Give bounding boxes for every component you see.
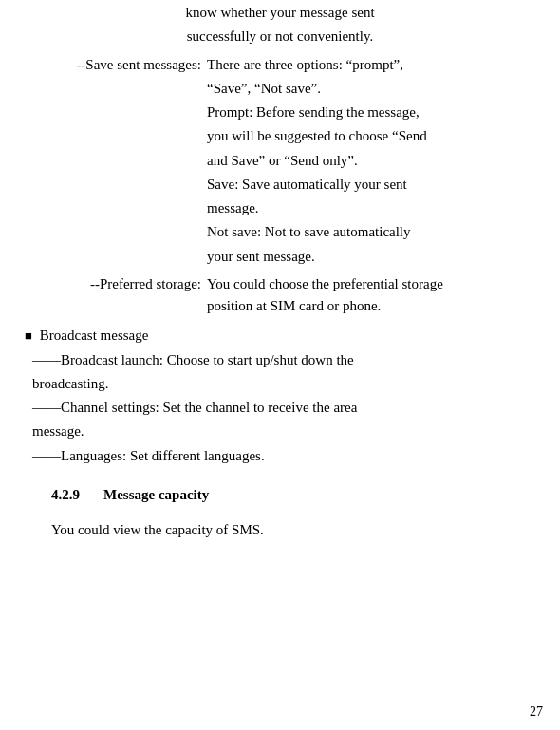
save-options-line2-text: “Save”, “Not save”. bbox=[207, 81, 321, 96]
section-body-text: You could view the capacity of SMS. bbox=[51, 522, 264, 537]
section-num: 4.2.9 bbox=[51, 484, 103, 506]
save-block: --Save sent messages: There are three op… bbox=[17, 54, 543, 270]
pref-line2-text: position at SIM card or phone. bbox=[207, 298, 381, 313]
broadcast-launch-item: ——Broadcast launch: Choose to start up/s… bbox=[32, 349, 543, 371]
pref-label-text: --Preferred storage: bbox=[90, 276, 201, 291]
save-intro: There are three options: “prompt”, bbox=[207, 54, 543, 76]
save-label: --Save sent messages: bbox=[17, 54, 207, 270]
save-options-line2: “Save”, “Not save”. bbox=[207, 78, 543, 100]
preferred-block: --Preferred storage: You could choose th… bbox=[17, 273, 543, 318]
page-number-text: 27 bbox=[530, 704, 543, 719]
prompt-line3: and Save” or “Send only”. bbox=[207, 150, 543, 172]
broadcast-channel-cont: message. bbox=[32, 421, 543, 442]
broadcast-launch-cont-text: broadcasting. bbox=[32, 376, 108, 391]
prompt-line2: you will be suggested to choose “Send bbox=[207, 125, 543, 147]
prompt-line3-text: and Save” or “Send only”. bbox=[207, 153, 358, 168]
broadcast-launch-label: ——Broadcast bbox=[32, 352, 118, 367]
broadcast-lang-label: ——Languages: bbox=[32, 448, 126, 463]
prompt-line2-text: you will be suggested to choose “Send bbox=[207, 128, 427, 143]
broadcast-channel-body: settings: Set the channel to receive the… bbox=[108, 400, 357, 415]
save-line2-text: message. bbox=[207, 200, 259, 215]
broadcast-launch-body: launch: Choose to start up/shut down the bbox=[118, 352, 354, 367]
top-text1: know whether your message sent bbox=[185, 5, 374, 20]
top-text2: successfully or not conveniently. bbox=[187, 28, 373, 44]
prompt-text: Before sending the message, bbox=[252, 104, 419, 120]
broadcast-lang-item: ——Languages: Set different languages. bbox=[32, 445, 543, 467]
save-option-para: Save: Save automatically your sent bbox=[207, 174, 543, 196]
save-line2: message. bbox=[207, 197, 543, 219]
pref-text-span: You could choose the preferential storag… bbox=[207, 276, 443, 291]
save-intro-text: There are three options: “prompt”, bbox=[207, 57, 403, 72]
section-heading: 4.2.9 Message capacity bbox=[51, 484, 543, 506]
notsave-line2: your sent message. bbox=[207, 246, 543, 268]
pref-line2: position at SIM card or phone. bbox=[207, 295, 543, 317]
broadcast-heading-text: Broadcast message bbox=[40, 325, 149, 346]
broadcast-lang-body: Set different languages. bbox=[126, 448, 265, 463]
pref-label: --Preferred storage: bbox=[17, 273, 207, 318]
notsave-text: Not to save automatically bbox=[261, 224, 410, 239]
bullet-icon: ■ bbox=[25, 327, 32, 346]
pref-text: You could choose the preferential storag… bbox=[207, 273, 543, 295]
broadcast-lang-text: ——Languages: Set different languages. bbox=[32, 445, 265, 467]
save-option-text: Save automatically your sent bbox=[238, 177, 406, 192]
notsave-para: Not save: Not to save automatically bbox=[207, 221, 543, 243]
broadcast-launch-cont: broadcasting. bbox=[32, 373, 543, 395]
pref-content: You could choose the preferential storag… bbox=[207, 273, 543, 318]
broadcast-channel-text: ——Channel settings: Set the channel to r… bbox=[32, 397, 357, 419]
notsave-line2-text: your sent message. bbox=[207, 249, 315, 264]
save-option-label: Save: bbox=[207, 177, 238, 192]
broadcast-channel-item: ——Channel settings: Set the channel to r… bbox=[32, 397, 543, 419]
section-title: Message capacity bbox=[103, 484, 209, 506]
save-content: There are three options: “prompt”, “Save… bbox=[207, 54, 543, 270]
notsave-label: Not save: bbox=[207, 224, 261, 239]
prompt-label-text: Prompt: bbox=[207, 104, 252, 120]
broadcast-channel-label: ——Channel bbox=[32, 400, 108, 415]
page-number: 27 bbox=[530, 702, 543, 722]
broadcast-channel-cont-text: message. bbox=[32, 423, 84, 439]
page: know whether your message sent successfu… bbox=[0, 0, 560, 730]
broadcast-heading: ■ Broadcast message bbox=[25, 325, 543, 346]
top-line2: successfully or not conveniently. bbox=[17, 26, 543, 47]
prompt-para: Prompt: Before sending the message, bbox=[207, 102, 543, 123]
save-label-text: --Save sent messages: bbox=[76, 57, 201, 72]
broadcast-launch-text: ——Broadcast launch: Choose to start up/s… bbox=[32, 349, 354, 371]
top-line1: know whether your message sent bbox=[17, 0, 543, 24]
section-body: You could view the capacity of SMS. bbox=[51, 519, 543, 541]
